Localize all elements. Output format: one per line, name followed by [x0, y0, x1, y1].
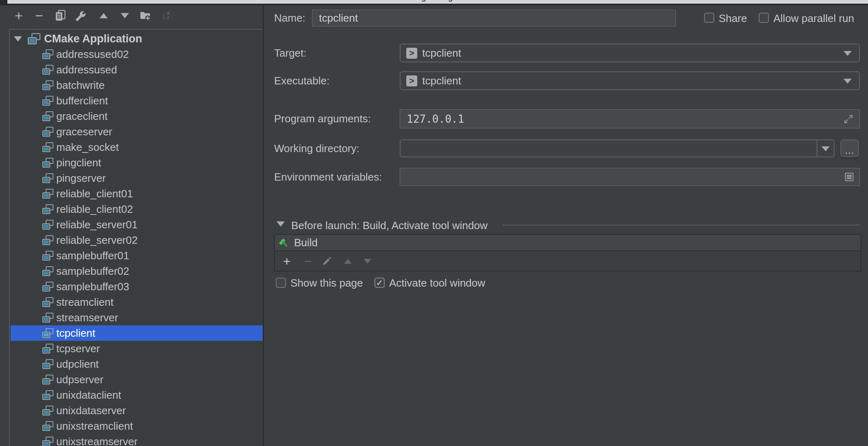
- tree-item[interactable]: reliable_client01: [11, 186, 263, 201]
- arrow-down-icon: [364, 259, 371, 264]
- tree-item-label: graceclient: [56, 110, 108, 123]
- tree-item[interactable]: samplebuffer01: [11, 248, 263, 263]
- show-this-page-label: Show this page: [290, 275, 363, 291]
- tree-item[interactable]: addressused: [11, 62, 263, 77]
- copy-configuration-button[interactable]: [55, 10, 66, 21]
- sort-configurations-button[interactable]: ↓ az: [160, 10, 171, 21]
- tree-item[interactable]: udpserver: [11, 372, 263, 387]
- allow-parallel-run-checkbox[interactable]: [759, 13, 769, 23]
- before-launch-add-button[interactable]: +: [281, 252, 293, 271]
- expand-collapse-icon[interactable]: [14, 36, 22, 42]
- run-config-icon: [42, 390, 53, 400]
- run-config-icon: [42, 220, 53, 230]
- name-value: tcpclient: [319, 12, 358, 24]
- run-config-icon: [42, 127, 53, 137]
- share-checkbox[interactable]: [704, 13, 714, 23]
- activate-tool-window-label: Activate tool window: [389, 275, 485, 291]
- tree-item[interactable]: reliable_server02: [11, 232, 263, 248]
- add-configuration-button[interactable]: +: [13, 10, 24, 21]
- before-launch-box: Build + −: [274, 234, 861, 272]
- tree-root-label: CMake Application: [44, 33, 142, 45]
- tree-item[interactable]: graceclient: [11, 108, 263, 124]
- sort-az-icon: ↓ az: [162, 11, 170, 20]
- environment-variables-input[interactable]: [400, 168, 860, 186]
- remove-configuration-button[interactable]: −: [33, 10, 45, 21]
- build-hammer-icon: [279, 237, 290, 248]
- name-input[interactable]: tcpclient: [312, 10, 676, 26]
- tree-item[interactable]: samplebuffer03: [11, 279, 263, 294]
- tree-item[interactable]: unixdataclient: [11, 387, 263, 403]
- tree-item[interactable]: tcpserver: [11, 341, 263, 356]
- tree-item[interactable]: unixstreamserver: [11, 434, 263, 446]
- cmake-target-icon: >: [406, 48, 417, 59]
- program-arguments-input[interactable]: 127.0.0.1: [400, 109, 860, 128]
- before-launch-move-down-button[interactable]: [361, 252, 374, 271]
- tree-item[interactable]: samplebuffer02: [11, 263, 263, 279]
- tree-item-label: samplebuffer03: [56, 280, 129, 293]
- before-launch-edit-button[interactable]: [321, 252, 333, 271]
- tree-item-label: unixstreamclient: [56, 420, 133, 433]
- tree-item[interactable]: streamclient: [11, 294, 263, 310]
- tree-item[interactable]: addressused02: [11, 46, 263, 62]
- title-bar-notch: [0, 0, 7, 4]
- working-directory-dropdown-button[interactable]: [817, 140, 834, 157]
- tree-item-label: reliable_server02: [56, 234, 137, 247]
- minus-icon: −: [35, 10, 43, 21]
- tree-item[interactable]: reliable_client02: [11, 201, 263, 217]
- target-dropdown[interactable]: > tcpclient: [400, 44, 860, 62]
- before-launch-collapse-icon[interactable]: [277, 221, 285, 227]
- browse-directory-button[interactable]: ...: [840, 139, 859, 157]
- tree-item-label: addressused: [56, 64, 117, 76]
- tree-item[interactable]: make_socket: [11, 139, 263, 155]
- run-config-icon: [42, 251, 53, 261]
- target-value: tcpclient: [422, 47, 461, 60]
- tree-item-label: unixdataserver: [56, 404, 126, 417]
- share-label: Share: [719, 11, 747, 26]
- minus-icon: −: [304, 255, 312, 267]
- before-launch-item-build[interactable]: Build: [275, 235, 861, 251]
- tree-item-label: samplebuffer02: [56, 265, 129, 278]
- before-launch-remove-button[interactable]: −: [302, 252, 314, 271]
- tree-item-label: pingserver: [56, 172, 106, 185]
- program-arguments-label: Program arguments:: [274, 109, 371, 128]
- show-this-page-checkbox[interactable]: [276, 278, 286, 288]
- arrow-down-icon: [121, 13, 129, 18]
- activate-tool-window-checkbox[interactable]: ✓: [374, 278, 385, 288]
- run-config-icon: [42, 282, 53, 291]
- panel-divider[interactable]: [263, 5, 264, 446]
- tree-item[interactable]: graceserver: [11, 124, 263, 139]
- move-up-button[interactable]: [98, 10, 109, 21]
- before-launch-item-label: Build: [294, 236, 318, 249]
- tree-item[interactable]: streamserver: [11, 310, 263, 325]
- tree-item[interactable]: tcpclient: [11, 325, 263, 341]
- edit-defaults-button[interactable]: [75, 10, 86, 21]
- tree-item[interactable]: batchwrite: [11, 77, 263, 93]
- tree-item[interactable]: unixdataserver: [11, 403, 263, 418]
- tree-item[interactable]: udpclient: [11, 356, 263, 372]
- tree-item[interactable]: bufferclient: [11, 93, 263, 108]
- run-config-icon: [42, 297, 53, 307]
- before-launch-separator: [503, 225, 860, 225]
- tree-item[interactable]: pingserver: [11, 170, 263, 186]
- run-config-icon: [42, 49, 53, 59]
- executable-dropdown[interactable]: > tcpclient: [400, 71, 860, 90]
- move-down-button[interactable]: [119, 10, 131, 21]
- tree-item[interactable]: pingclient: [11, 155, 263, 170]
- ellipsis-icon: ...: [845, 148, 854, 152]
- edit-variables-icon[interactable]: [844, 172, 855, 182]
- tree-item-label: tcpserver: [56, 342, 100, 355]
- run-config-icon: [42, 344, 53, 353]
- executable-label: Executable:: [274, 71, 330, 90]
- before-launch-move-up-button[interactable]: [342, 252, 354, 271]
- tree-item[interactable]: reliable_server01: [11, 217, 263, 232]
- create-folder-button[interactable]: [140, 10, 151, 21]
- working-directory-label: Working directory:: [274, 139, 359, 157]
- run-config-icon: [42, 359, 53, 369]
- working-directory-combo[interactable]: [400, 139, 835, 157]
- tree-item[interactable]: unixstreamclient: [11, 418, 263, 434]
- tree-root-cmake-application[interactable]: CMake Application: [11, 31, 263, 46]
- before-launch-header[interactable]: Before launch: Build, Activate tool wind…: [291, 219, 487, 232]
- folder-plus-icon: [140, 10, 151, 21]
- tree-item-label: reliable_server01: [56, 219, 137, 231]
- expand-field-icon[interactable]: [843, 114, 854, 124]
